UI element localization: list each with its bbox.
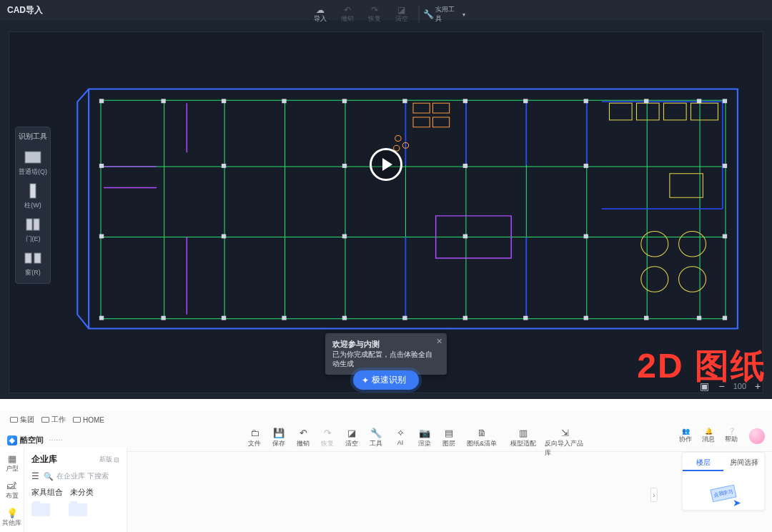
mini-panel: 楼层 房间选择 点我学习 ➤ — [682, 452, 765, 511]
cad-app: CAD导入 ☁导入 ↶撤销 ↷恢复 ◪清空 🔧实用工具▾ 识别工具 普通墙(Q)… — [0, 0, 772, 399]
rail-buzhi[interactable]: 🛋布置 — [1, 481, 23, 501]
file-button[interactable]: 🗀文件 — [243, 428, 266, 448]
undo-button[interactable]: ↶撤销 — [292, 428, 315, 448]
svg-rect-29 — [463, 99, 467, 103]
tab-room-select[interactable]: 房间选择 — [723, 455, 764, 471]
zoom-out-button[interactable]: − — [716, 380, 728, 392]
save-button[interactable]: 💾保存 — [267, 428, 290, 448]
tab-furniture-combo[interactable]: 家具组合 — [31, 487, 63, 498]
column-tool[interactable]: 柱(W) — [16, 179, 50, 213]
save-icon: 💾 — [273, 428, 284, 438]
tab-floor[interactable]: 楼层 — [683, 455, 723, 471]
tools-dropdown[interactable]: 🔧实用工具▾ — [424, 3, 465, 26]
folder-icon — [10, 417, 18, 423]
floorplan-icon: ▦ — [6, 453, 18, 463]
svg-rect-24 — [161, 99, 165, 103]
chevron-down-icon: ▾ — [462, 11, 465, 18]
svg-rect-44 — [463, 234, 467, 238]
play-button[interactable] — [370, 148, 402, 181]
svg-rect-39 — [584, 164, 588, 168]
tool-button[interactable]: 🔧工具 — [365, 428, 387, 448]
svg-point-11 — [395, 136, 401, 142]
eraser-icon: ◪ — [347, 428, 356, 438]
reverse-import-button[interactable]: ⇲反向导入产品库 — [545, 428, 585, 458]
folder-item[interactable] — [31, 503, 50, 516]
svg-rect-45 — [584, 234, 588, 238]
door-tool[interactable]: 门(E) — [16, 213, 50, 247]
svg-rect-52 — [402, 316, 407, 320]
rail-other[interactable]: 💡其他库 — [1, 508, 23, 528]
recognition-tool-palette: 识别工具 普通墙(Q) 柱(W) 门(E) 窗(R) — [15, 127, 51, 284]
wall-tool[interactable]: 普通墙(Q) — [16, 146, 50, 179]
clear-button[interactable]: ◪清空 — [389, 3, 415, 26]
crumb-2[interactable]: 工作 — [41, 415, 66, 425]
collapse-panel-button[interactable]: › — [650, 488, 658, 502]
list-toggle-icon[interactable]: ☰ — [31, 471, 39, 481]
version-toggle[interactable]: 新版 ⊟ — [99, 455, 119, 464]
svg-rect-32 — [644, 99, 648, 103]
match-button[interactable]: ▥模型适配 — [503, 428, 543, 448]
folder-item[interactable] — [69, 503, 87, 516]
zoom-in-button[interactable]: + — [752, 380, 763, 392]
layout-icon: 🛋 — [6, 481, 18, 491]
svg-rect-9 — [413, 117, 430, 127]
crumb-1[interactable]: 集团 — [10, 415, 34, 425]
window-icon — [21, 248, 44, 268]
match-icon: ▥ — [519, 428, 528, 438]
svg-rect-33 — [697, 99, 701, 103]
redo-button[interactable]: ↷恢复 — [316, 428, 339, 448]
search-input[interactable]: 🔍 在企业库 下搜索 — [44, 471, 119, 481]
svg-rect-5 — [25, 253, 31, 263]
svg-rect-38 — [463, 164, 467, 168]
svg-rect-8 — [432, 103, 449, 113]
render-button[interactable]: 📷渲染 — [413, 428, 436, 448]
clear-button[interactable]: ◪清空 — [340, 428, 363, 448]
redo-button[interactable]: ↷恢复 — [362, 3, 387, 26]
layer-button[interactable]: ▤图层 — [437, 428, 460, 448]
list-icon: 🗎 — [477, 428, 487, 438]
svg-rect-3 — [26, 219, 32, 230]
message-button[interactable]: 🔔消息 — [699, 428, 718, 444]
people-icon: 👥 — [682, 428, 690, 435]
breadcrumb: 集团 工作 HOME — [0, 410, 772, 429]
undo-button[interactable]: ↶撤销 — [335, 3, 360, 26]
wrench-icon: 🔧 — [424, 10, 434, 19]
wrench-icon: 🔧 — [370, 428, 382, 438]
rail-huxing[interactable]: ▦户型 — [1, 453, 23, 473]
popup-body: 已为你完成配置，点击体验全自动生成 — [332, 350, 432, 369]
import-button[interactable]: ☁导入 — [307, 3, 333, 26]
column-icon — [21, 181, 44, 201]
svg-rect-26 — [282, 99, 286, 103]
tab-uncategorized[interactable]: 未分类 — [70, 487, 94, 498]
mini-preview[interactable]: 点我学习 ➤ — [708, 484, 738, 504]
help-icon: ❔ — [728, 428, 736, 435]
svg-rect-50 — [282, 316, 286, 320]
ai-button[interactable]: ✧AI — [389, 428, 412, 446]
list-button[interactable]: 🗎图纸&清单 — [462, 428, 502, 448]
svg-rect-35 — [99, 164, 104, 168]
file-icon: 🗀 — [250, 428, 259, 438]
crumb-3[interactable]: HOME — [73, 416, 104, 424]
svg-rect-31 — [584, 99, 588, 103]
svg-point-21 — [641, 267, 668, 292]
avatar[interactable] — [749, 428, 765, 444]
svg-rect-28 — [402, 99, 407, 103]
svg-rect-18 — [670, 174, 703, 197]
help-button[interactable]: ❔帮助 — [722, 428, 741, 444]
cloud-up-icon: ☁ — [315, 6, 325, 14]
spark-icon: ✦ — [362, 375, 369, 385]
fast-recognition-button[interactable]: ✦ 极速识别 — [353, 370, 419, 390]
svg-rect-58 — [723, 316, 727, 320]
close-icon[interactable]: ✕ — [436, 336, 442, 347]
search-placeholder: 在企业库 下搜索 — [56, 471, 109, 481]
ai-icon: ✧ — [397, 428, 405, 438]
redo-icon: ↷ — [324, 428, 332, 438]
layers-icon[interactable]: ▣ — [699, 380, 711, 392]
undo-icon: ↶ — [342, 6, 352, 14]
window-tool[interactable]: 窗(R) — [16, 247, 50, 280]
palette-title: 识别工具 — [16, 130, 50, 146]
folder-icon — [73, 417, 81, 423]
light-app: 集团 工作 HOME ◆ 酷空间 ⋯⋯ 🗀文件 💾保存 ↶撤销 ↷恢复 ◪清空 … — [0, 410, 772, 532]
collab-button[interactable]: 👥协作 — [676, 428, 695, 444]
brand-icon: ◆ — [7, 435, 17, 445]
